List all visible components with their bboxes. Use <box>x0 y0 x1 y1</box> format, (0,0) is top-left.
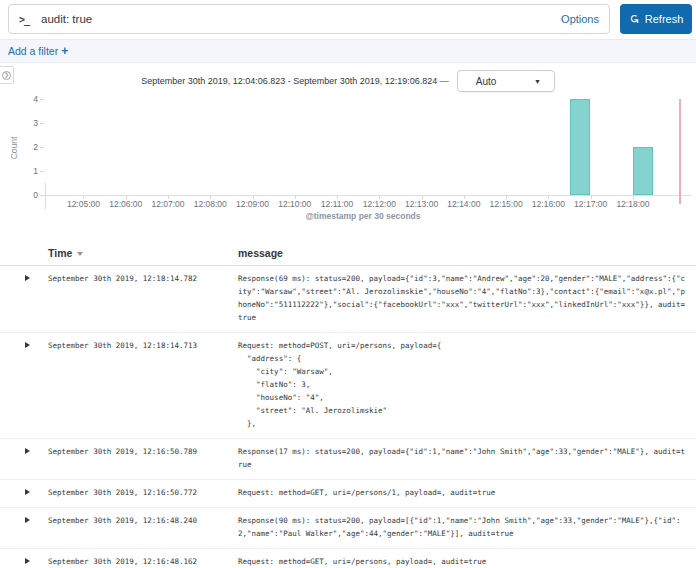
row-message: Request: method=GET, uri=/persons, paylo… <box>238 555 687 568</box>
y-tick-mark <box>40 147 44 148</box>
row-time: September 30th 2019, 12:16:50.772 <box>48 486 238 499</box>
message-column-header: message <box>238 247 696 259</box>
x-tick-mark <box>83 196 84 199</box>
options-link[interactable]: Options <box>561 13 599 25</box>
table-header: Time message <box>0 243 696 266</box>
row-message: Request: method=POST, uri=/persons, payl… <box>238 339 687 430</box>
row-message: Response(90 ms): status=200, payload=[{"… <box>238 514 687 540</box>
time-column-header[interactable]: Time <box>48 247 238 259</box>
histogram-bar[interactable] <box>633 147 653 195</box>
row-message: Request: method=GET, uri=/persons/1, pay… <box>238 486 687 499</box>
histogram-plot <box>46 99 680 195</box>
y-tick-mark <box>40 195 44 196</box>
table-row: September 30th 2019, 12:18:14.713Request… <box>0 333 696 439</box>
table-row: September 30th 2019, 12:16:50.789Respons… <box>0 439 696 480</box>
x-tick-mark <box>337 196 338 199</box>
y-tick-label: 1 <box>0 166 38 176</box>
y-tick-label: 4 <box>0 94 38 104</box>
histogram-bar[interactable] <box>570 99 590 195</box>
x-tick-mark <box>633 196 634 199</box>
refresh-label: Refresh <box>645 13 684 25</box>
x-tick-mark <box>295 196 296 199</box>
table-row: September 30th 2019, 12:16:48.162Request… <box>0 549 696 568</box>
x-tick-label: 12:18:00 <box>607 199 659 209</box>
x-axis-title: @timestamp per 30 seconds <box>46 211 680 221</box>
table-row: September 30th 2019, 12:18:14.782Respons… <box>0 266 696 333</box>
expand-row-icon[interactable] <box>25 448 30 454</box>
x-tick-mark <box>168 196 169 199</box>
x-tick-mark <box>548 196 549 199</box>
y-tick-mark <box>40 99 44 100</box>
refresh-button[interactable]: ↻ Refresh <box>620 4 692 34</box>
row-time: September 30th 2019, 12:16:48.162 <box>48 555 238 568</box>
refresh-icon: ↻ <box>628 14 640 24</box>
x-tick-mark <box>464 196 465 199</box>
filter-bar: Add a filter + <box>0 39 696 63</box>
y-tick-label: 3 <box>0 118 38 128</box>
x-tick-mark <box>210 196 211 199</box>
documents-table: Time message September 30th 2019, 12:18:… <box>0 243 696 568</box>
y-tick-label: 2 <box>0 142 38 152</box>
table-row: September 30th 2019, 12:16:50.772Request… <box>0 480 696 508</box>
row-message: Response(69 ms): status=200, payload={"i… <box>238 272 687 324</box>
chevron-down-icon: ▼ <box>534 78 541 85</box>
row-time: September 30th 2019, 12:16:48.240 <box>48 514 238 540</box>
add-filter-link[interactable]: Add a filter <box>8 45 58 57</box>
console-prompt-icon: >_ <box>19 14 29 25</box>
expand-row-icon[interactable] <box>25 342 30 348</box>
expand-row-icon[interactable] <box>25 517 30 523</box>
search-input[interactable]: >_ audit: true Options <box>8 4 610 34</box>
row-time: September 30th 2019, 12:18:14.782 <box>48 272 238 324</box>
y-tick-mark <box>40 171 44 172</box>
query-text[interactable]: audit: true <box>41 13 561 25</box>
x-tick-mark <box>422 196 423 199</box>
x-tick-mark <box>253 196 254 199</box>
row-message: Response(17 ms): status=200, payload={"i… <box>238 445 687 471</box>
y-tick-label: 0 <box>0 190 38 200</box>
expand-row-icon[interactable] <box>25 489 30 495</box>
plus-icon[interactable]: + <box>61 44 68 58</box>
expand-row-icon[interactable] <box>25 558 30 564</box>
x-tick-mark <box>506 196 507 199</box>
table-row: September 30th 2019, 12:16:48.240Respons… <box>0 508 696 549</box>
x-axis-line <box>44 195 691 196</box>
x-tick-mark <box>591 196 592 199</box>
y-tick-mark <box>40 123 44 124</box>
time-range-end-marker <box>679 99 681 204</box>
query-bar: >_ audit: true Options ↻ Refresh <box>0 0 696 39</box>
expand-row-icon[interactable] <box>25 275 30 281</box>
row-time: September 30th 2019, 12:18:14.713 <box>48 339 238 430</box>
interval-select[interactable]: Auto ▼ <box>457 70 555 92</box>
time-range-text: September 30th 2019, 12:04:06.823 - Sept… <box>141 76 449 86</box>
histogram-section: ❯ September 30th 2019, 12:04:06.823 - Se… <box>0 63 696 223</box>
sort-desc-icon <box>77 252 83 256</box>
interval-selected-value: Auto <box>476 76 497 87</box>
x-tick-mark <box>126 196 127 199</box>
x-tick-mark <box>379 196 380 199</box>
row-time: September 30th 2019, 12:16:50.789 <box>48 445 238 471</box>
